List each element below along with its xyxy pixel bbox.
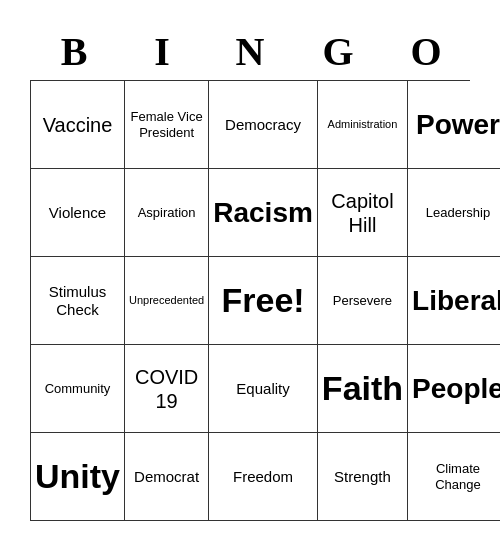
bingo-cell: Democrat [125, 433, 209, 521]
bingo-cell: People [408, 345, 500, 433]
header-letter: N [206, 23, 294, 80]
cell-text: Stimulus Check [35, 283, 120, 319]
bingo-cell: Unprecedented [125, 257, 209, 345]
bingo-cell: Power [408, 81, 500, 169]
cell-text: Democrat [134, 468, 199, 486]
cell-text: Leadership [426, 205, 490, 221]
cell-text: Capitol Hill [322, 189, 403, 237]
cell-text: Aspiration [138, 205, 196, 221]
bingo-cell: Racism [209, 169, 318, 257]
bingo-header: BINGO [30, 23, 470, 80]
bingo-cell: Community [31, 345, 125, 433]
header-letter: O [382, 23, 470, 80]
bingo-cell: COVID 19 [125, 345, 209, 433]
cell-text: Strength [334, 468, 391, 486]
bingo-cell: Free! [209, 257, 318, 345]
cell-text: Community [45, 381, 111, 397]
bingo-cell: Democracy [209, 81, 318, 169]
cell-text: Persevere [333, 293, 392, 309]
bingo-cell: Vaccine [31, 81, 125, 169]
bingo-cell: Capitol Hill [318, 169, 408, 257]
bingo-cell: Strength [318, 433, 408, 521]
bingo-cell: Freedom [209, 433, 318, 521]
cell-text: Faith [322, 368, 403, 409]
cell-text: Unity [35, 456, 120, 497]
cell-text: COVID 19 [129, 365, 204, 413]
cell-text: Female Vice President [129, 109, 204, 140]
bingo-cell: Violence [31, 169, 125, 257]
bingo-cell: Liberal [408, 257, 500, 345]
cell-text: People [412, 372, 500, 406]
bingo-cell: Female Vice President [125, 81, 209, 169]
bingo-cell: Equality [209, 345, 318, 433]
bingo-cell: Persevere [318, 257, 408, 345]
bingo-cell: Aspiration [125, 169, 209, 257]
cell-text: Racism [213, 196, 313, 230]
bingo-cell: Administration [318, 81, 408, 169]
cell-text: Power [416, 108, 500, 142]
bingo-cell: Unity [31, 433, 125, 521]
cell-text: Equality [236, 380, 289, 398]
bingo-grid: VaccineFemale Vice PresidentDemocracyAdm… [30, 80, 470, 521]
bingo-cell: Climate Change [408, 433, 500, 521]
cell-text: Freedom [233, 468, 293, 486]
cell-text: Violence [49, 204, 106, 222]
header-letter: I [118, 23, 206, 80]
bingo-cell: Leadership [408, 169, 500, 257]
cell-text: Climate Change [412, 461, 500, 492]
bingo-cell: Faith [318, 345, 408, 433]
cell-text: Democracy [225, 116, 301, 134]
bingo-cell: Stimulus Check [31, 257, 125, 345]
cell-text: Free! [221, 280, 304, 321]
cell-text: Liberal [412, 284, 500, 318]
cell-text: Administration [328, 118, 398, 131]
header-letter: G [294, 23, 382, 80]
bingo-card: BINGO VaccineFemale Vice PresidentDemocr… [20, 13, 480, 531]
header-letter: B [30, 23, 118, 80]
cell-text: Vaccine [43, 113, 113, 137]
cell-text: Unprecedented [129, 294, 204, 307]
